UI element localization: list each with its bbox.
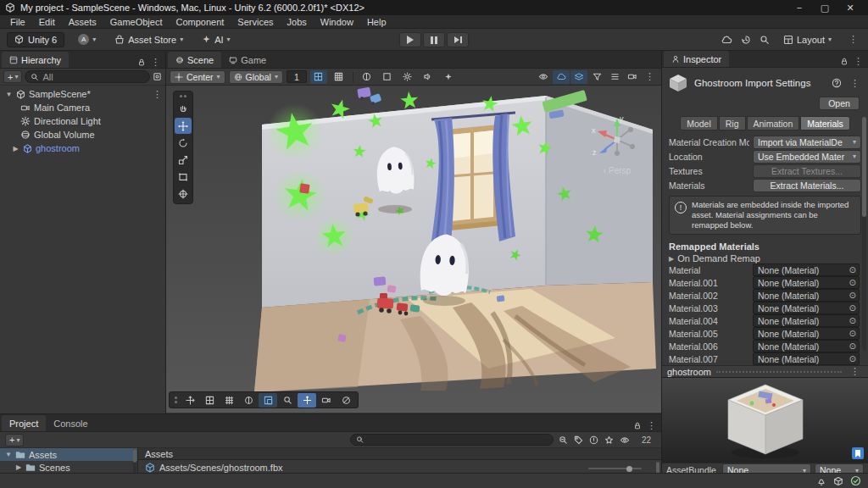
hierarchy-item-global-volume[interactable]: Global Volume — [0, 128, 165, 141]
preview-header[interactable]: ghostroom ⋮ — [662, 365, 868, 377]
hierarchy-item-main-camera[interactable]: Main Camera — [0, 101, 165, 114]
layout-dropdown[interactable]: Layout ▾ — [778, 32, 837, 47]
effects-dropdown[interactable] — [440, 70, 457, 84]
hierarchy-kebab-menu-icon[interactable]: ⋮ — [147, 57, 164, 68]
grid-size-field[interactable]: 1 — [287, 70, 307, 83]
cloud-icon[interactable] — [721, 35, 732, 45]
tab-scene[interactable]: Scene — [168, 52, 221, 68]
hierarchy-search-field[interactable]: All — [25, 70, 150, 83]
scene-visibility-toggle[interactable] — [570, 70, 587, 84]
bottombar-overlays-icon[interactable] — [259, 393, 277, 408]
asset-store-dropdown[interactable]: Asset Store ▾ — [109, 32, 188, 47]
object-picker-icon[interactable]: ⊙ — [849, 265, 856, 274]
asset-preview[interactable] — [662, 377, 868, 463]
foldout-arrow-icon[interactable]: ▼ — [5, 451, 12, 458]
step-button[interactable] — [447, 32, 469, 47]
hierarchy-item-ghostroom[interactable]: ▶ ghostroom — [0, 141, 165, 155]
package-manager-icon[interactable] — [833, 476, 843, 486]
bottombar-grid-icon[interactable] — [220, 393, 238, 408]
toolbar-kebab-menu-icon[interactable]: ⋮ — [845, 34, 861, 45]
foldout-arrow-icon[interactable]: ▶ — [12, 145, 19, 152]
menu-services[interactable]: Services — [231, 15, 280, 29]
scale-tool[interactable] — [175, 152, 192, 168]
hierarchy-item-directional-light[interactable]: Directional Light — [0, 114, 165, 128]
component-filter-dropdown[interactable] — [588, 70, 605, 84]
material-object-field[interactable]: None (Material) ⊙ — [753, 276, 860, 289]
inspector-scrollbar[interactable] — [862, 117, 866, 351]
create-object-button[interactable]: + ▾ — [3, 70, 22, 83]
slider-knob[interactable] — [626, 466, 632, 472]
move-tool[interactable] — [175, 118, 192, 134]
menu-jobs[interactable]: Jobs — [281, 15, 314, 29]
notification-bell-icon[interactable] — [816, 476, 826, 486]
tab-rig[interactable]: Rig — [719, 116, 746, 130]
tab-materials[interactable]: Materials — [800, 116, 850, 130]
bottombar-sphere-icon[interactable] — [239, 393, 258, 408]
snap-increment-toggle[interactable] — [310, 70, 327, 84]
overlay-menu-icon[interactable] — [606, 70, 623, 84]
project-breadcrumb[interactable]: Assets — [138, 448, 661, 460]
tool-handle-pivot-dropdown[interactable]: Center ▾ — [170, 70, 225, 84]
tab-animation[interactable]: Animation — [747, 116, 800, 130]
object-picker-icon[interactable]: ⊙ — [849, 291, 856, 300]
foldout-arrow-icon[interactable]: ▼ — [5, 91, 13, 98]
assetbundle-variant-dropdown[interactable]: None ▾ — [815, 463, 864, 473]
material-creation-mode-dropdown[interactable]: Import via MaterialDe ▾ — [753, 136, 861, 149]
grid-settings-dropdown[interactable] — [331, 70, 348, 84]
tab-project[interactable]: Project — [2, 415, 46, 431]
tab-model[interactable]: Model — [680, 116, 718, 130]
tree-scrollbar[interactable] — [133, 449, 136, 474]
lock-icon[interactable] — [137, 58, 146, 67]
scene-viewport[interactable]: x y z ‹ Persp — [166, 86, 661, 413]
menu-edit[interactable]: Edit — [32, 15, 62, 29]
project-search-field[interactable] — [350, 434, 554, 446]
background-tasks-check-icon[interactable] — [850, 475, 861, 486]
menu-window[interactable]: Window — [314, 15, 360, 29]
lock-icon[interactable] — [840, 57, 849, 66]
project-search-input[interactable] — [367, 435, 548, 445]
material-object-field[interactable]: None (Material) ⊙ — [753, 289, 860, 302]
material-object-field[interactable]: None (Material) ⊙ — [753, 340, 860, 352]
history-icon[interactable] — [741, 35, 751, 45]
tab-console[interactable]: Console — [46, 415, 95, 431]
thumbnail-zoom-slider[interactable] — [588, 464, 632, 473]
bottombar-camera-icon[interactable] — [317, 393, 336, 408]
material-object-field[interactable]: None (Material) ⊙ — [753, 314, 860, 327]
unity-version-badge[interactable]: Unity 6 — [7, 32, 64, 47]
scene-kebab-menu-icon[interactable]: ⋮ — [642, 71, 658, 82]
camera-settings-dropdown[interactable] — [624, 70, 641, 84]
search-icon[interactable] — [760, 35, 770, 45]
label-tag-icon[interactable] — [574, 435, 583, 445]
orientation-gizmo[interactable]: x y z ‹ Persp — [587, 114, 648, 175]
help-icon[interactable] — [832, 78, 842, 88]
preview-resize-handle[interactable] — [716, 371, 842, 373]
foldout-arrow-icon[interactable]: ▶ — [15, 463, 22, 471]
account-dropdown[interactable]: A ▾ — [73, 32, 101, 47]
lock-icon[interactable] — [633, 421, 642, 430]
object-picker-icon[interactable]: ⊙ — [849, 316, 856, 325]
bottombar-compass-icon[interactable] — [337, 393, 355, 408]
bottombar-layout-icon[interactable] — [200, 393, 219, 408]
ai-dropdown[interactable]: AI ▾ — [197, 32, 235, 47]
rotate-tool[interactable] — [175, 135, 192, 151]
tab-game[interactable]: Game — [221, 52, 274, 68]
folder-row-assets[interactable]: ▼ Assets — [0, 448, 137, 461]
toolbar-drag-handle[interactable] — [172, 396, 180, 403]
object-picker-icon[interactable]: ⊙ — [849, 278, 856, 287]
close-button[interactable]: ✕ — [837, 0, 863, 15]
object-picker-icon[interactable]: ⊙ — [849, 329, 856, 338]
tool-handle-rotation-dropdown[interactable]: Global ▾ — [229, 70, 283, 84]
extract-materials-button[interactable]: Extract Materials... — [753, 179, 861, 192]
material-object-field[interactable]: None (Material) ⊙ — [753, 302, 860, 314]
maximize-button[interactable]: ▢ — [812, 0, 837, 15]
menu-component[interactable]: Component — [169, 15, 231, 29]
view-pan-tool[interactable] — [175, 101, 192, 117]
location-dropdown[interactable]: Use Embedded Mater ▾ — [753, 150, 861, 164]
bottombar-search-icon[interactable] — [278, 393, 297, 408]
object-picker-icon[interactable]: ⊙ — [849, 341, 856, 351]
menu-assets[interactable]: Assets — [62, 15, 103, 29]
tab-inspector[interactable]: Inspector — [664, 51, 729, 67]
preview-kebab-menu-icon[interactable]: ⋮ — [847, 366, 863, 377]
material-object-field[interactable]: None (Material) ⊙ — [753, 352, 860, 365]
scrollbar-thumb[interactable] — [656, 462, 659, 474]
